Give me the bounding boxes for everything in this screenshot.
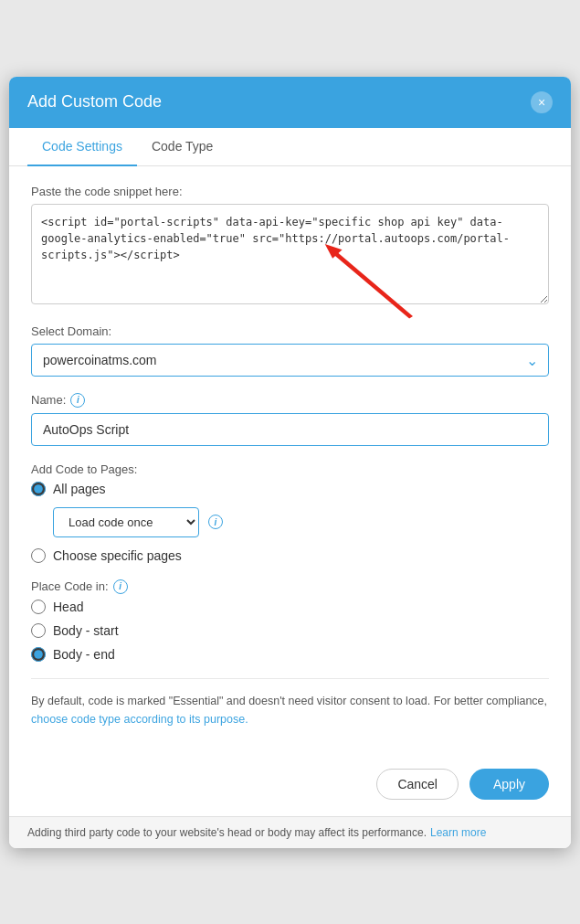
head-label: Head (53, 600, 83, 614)
code-snippet-group: Paste the code snippet here: <script id=… (31, 185, 549, 308)
domain-label: Select Domain: (31, 324, 549, 338)
specific-pages-radio-item[interactable]: Choose specific pages (31, 548, 549, 563)
add-code-pages-radio-group: All pages Load code once Load code every… (31, 482, 549, 563)
apply-button[interactable]: Apply (469, 769, 549, 800)
load-code-select[interactable]: Load code once Load code every page (53, 507, 199, 537)
add-custom-code-modal: Add Custom Code × Code Settings Code Typ… (9, 77, 571, 848)
code-snippet-textarea[interactable]: <script id="portal-scripts" data-api-key… (31, 204, 549, 304)
learn-more-link[interactable]: Learn more (430, 826, 486, 839)
body-start-radio-item[interactable]: Body - start (31, 623, 549, 638)
domain-select[interactable]: powercoinatms.com (31, 344, 549, 377)
name-input[interactable] (31, 413, 549, 446)
place-code-info-icon[interactable]: i (113, 579, 128, 594)
tab-code-type[interactable]: Code Type (137, 128, 227, 166)
add-code-pages-label: Add Code to Pages: (31, 462, 549, 476)
body-end-label: Body - end (53, 647, 115, 662)
bottom-bar-text: Adding third party code to your website'… (27, 826, 427, 839)
modal-title: Add Custom Code (27, 92, 162, 112)
name-info-icon[interactable]: i (70, 393, 85, 408)
all-pages-radio[interactable] (31, 482, 46, 496)
all-pages-radio-item[interactable]: All pages (31, 482, 549, 496)
all-pages-label: All pages (53, 482, 106, 496)
domain-select-wrapper: powercoinatms.com ⌄ (31, 344, 549, 377)
code-snippet-label: Paste the code snippet here: (31, 185, 549, 198)
domain-group: Select Domain: powercoinatms.com ⌄ (31, 324, 549, 377)
head-radio[interactable] (31, 600, 46, 614)
compliance-text: By default, code is marked "Essential" a… (31, 692, 549, 728)
head-radio-item[interactable]: Head (31, 600, 549, 614)
load-code-row: Load code once Load code every page i (53, 507, 549, 537)
compliance-link[interactable]: choose code type according to its purpos… (31, 713, 248, 726)
name-label: Name: i (31, 393, 549, 408)
bottom-bar: Adding third party code to your website'… (9, 816, 571, 848)
place-code-radio-group: Head Body - start Body - end (31, 600, 549, 662)
body-start-label: Body - start (53, 623, 119, 638)
name-group: Name: i (31, 393, 549, 446)
tabs-bar: Code Settings Code Type (9, 128, 571, 166)
specific-pages-label: Choose specific pages (53, 548, 182, 563)
cancel-button[interactable]: Cancel (376, 769, 459, 800)
add-code-pages-group: Add Code to Pages: All pages Load code o… (31, 462, 549, 563)
modal-header: Add Custom Code × (9, 77, 571, 128)
place-code-label: Place Code in: i (31, 579, 549, 594)
section-divider (31, 678, 549, 679)
body-end-radio-item[interactable]: Body - end (31, 647, 549, 662)
specific-pages-radio[interactable] (31, 548, 46, 563)
tab-code-settings[interactable]: Code Settings (27, 128, 137, 166)
place-code-group: Place Code in: i Head Body - start Body … (31, 579, 549, 662)
body-end-radio[interactable] (31, 647, 46, 662)
load-code-info-icon[interactable]: i (208, 515, 223, 529)
body-start-radio[interactable] (31, 623, 46, 638)
modal-footer: Cancel Apply (9, 756, 571, 816)
close-button[interactable]: × (531, 91, 553, 113)
modal-body: Paste the code snippet here: <script id=… (9, 166, 571, 756)
